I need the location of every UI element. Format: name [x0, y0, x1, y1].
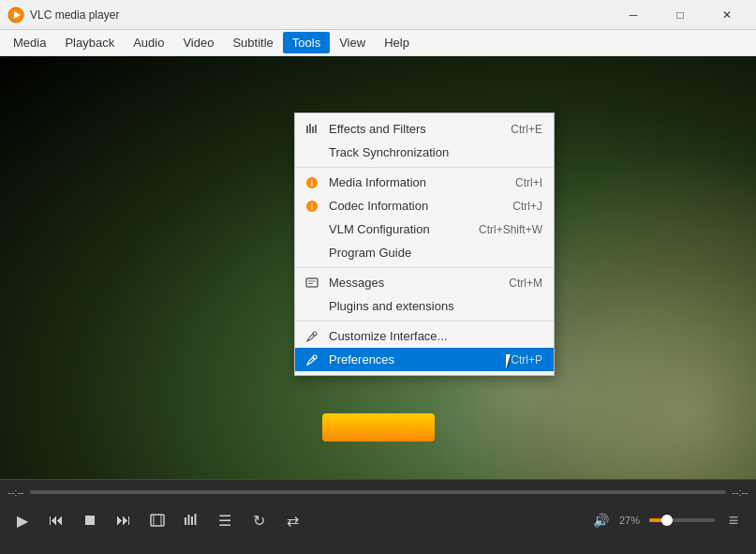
minimize-button[interactable]: ─ — [612, 0, 655, 30]
progress-bar[interactable] — [30, 490, 727, 494]
separator-2 — [295, 267, 554, 268]
track-sync-label: Track Synchronization — [329, 145, 449, 159]
svg-rect-23 — [195, 514, 197, 525]
volume-area: 🔊 27% — [586, 505, 715, 535]
svg-rect-5 — [315, 125, 317, 133]
volume-percent: 27% — [619, 515, 645, 526]
media-info-shortcut: Ctrl+I — [515, 176, 542, 189]
equalizer-button[interactable] — [176, 505, 206, 535]
vlm-shortcut: Ctrl+Shift+W — [479, 223, 542, 236]
menu-item-codec-info[interactable]: i Codec Information Ctrl+J — [295, 194, 554, 217]
preferences-label: Preferences — [329, 352, 394, 367]
tools-menu-dropdown: Effects and Filters Ctrl+E Track Synchro… — [294, 112, 555, 376]
effects-shortcut: Ctrl+E — [511, 123, 542, 136]
equalizer-icon — [304, 122, 319, 137]
vlm-label: VLM Configuration — [329, 222, 430, 236]
svg-rect-20 — [185, 517, 186, 525]
menu-playback[interactable]: Playback — [55, 32, 124, 53]
separator-3 — [295, 321, 554, 322]
extended-settings-button[interactable]: ≡ — [719, 505, 749, 535]
window-title: VLC media player — [30, 8, 612, 22]
preferences-shortcut: Ctrl+P — [511, 353, 542, 367]
playlist-button[interactable]: ☰ — [210, 505, 240, 535]
menu-item-messages[interactable]: Messages Ctrl+M — [295, 271, 554, 294]
app-icon — [7, 7, 24, 23]
menu-subtitle[interactable]: Subtitle — [223, 32, 282, 53]
shuffle-button[interactable]: ⇄ — [277, 505, 307, 535]
svg-rect-10 — [306, 278, 318, 287]
menu-view[interactable]: View — [330, 32, 375, 53]
time-total: --:-- — [732, 487, 749, 498]
messages-label: Messages — [329, 276, 384, 290]
menu-item-media-info[interactable]: i Media Information Ctrl+I — [295, 171, 554, 194]
codec-info-label: Codec Information — [329, 199, 428, 213]
menu-help[interactable]: Help — [375, 32, 419, 53]
menubar: Media Playback Audio Video Subtitle Tool… — [0, 30, 756, 56]
window-controls: ─ □ ✕ — [612, 0, 749, 30]
equalizer-ctrl-icon — [183, 512, 200, 529]
menu-item-effects[interactable]: Effects and Filters Ctrl+E — [295, 117, 554, 141]
stop-button[interactable]: ⏹ — [75, 505, 105, 535]
play-button[interactable]: ▶ — [7, 505, 37, 535]
svg-rect-3 — [309, 124, 311, 133]
svg-rect-21 — [188, 515, 190, 525]
orange-decoration — [322, 413, 435, 442]
time-current: --:-- — [7, 487, 24, 498]
next-button[interactable]: ⏭ — [109, 505, 139, 535]
menu-item-plugins[interactable]: Plugins and extensions — [295, 294, 554, 318]
preferences-icon — [304, 352, 319, 367]
frame-icon — [149, 512, 166, 529]
controlbar: --:-- --:-- ▶ ⏮ ⏹ ⏭ ☰ ↻ ⇄ — [0, 479, 756, 543]
menu-item-preferences[interactable]: Preferences Ctrl+P — [295, 348, 554, 371]
menu-video[interactable]: Video — [173, 32, 223, 53]
messages-icon — [304, 276, 319, 291]
menu-item-program-guide[interactable]: Program Guide — [295, 241, 554, 264]
close-button[interactable]: ✕ — [705, 0, 749, 30]
program-guide-label: Program Guide — [329, 246, 411, 260]
menu-media[interactable]: Media — [4, 32, 55, 53]
svg-rect-4 — [312, 127, 314, 133]
media-info-label: Media Information — [329, 175, 426, 189]
titlebar: VLC media player ─ □ ✕ — [0, 0, 756, 30]
frame-button[interactable] — [142, 505, 172, 535]
messages-shortcut: Ctrl+M — [509, 277, 542, 290]
progress-area: --:-- --:-- — [7, 480, 749, 501]
svg-rect-22 — [191, 517, 193, 525]
customize-icon — [304, 329, 319, 344]
svg-rect-17 — [151, 515, 164, 526]
volume-bar[interactable] — [649, 518, 715, 522]
menu-audio[interactable]: Audio — [124, 32, 173, 53]
svg-rect-2 — [306, 126, 308, 133]
codec-info-icon: i — [304, 199, 319, 214]
menu-item-vlm[interactable]: VLM Configuration Ctrl+Shift+W — [295, 217, 554, 241]
customize-label: Customize Interface... — [329, 329, 447, 343]
menu-item-track-sync[interactable]: Track Synchronization — [295, 141, 554, 164]
loop-button[interactable]: ↻ — [244, 505, 274, 535]
maximize-button[interactable]: □ — [659, 0, 702, 30]
separator-1 — [295, 167, 554, 168]
menu-tools[interactable]: Tools — [283, 32, 330, 53]
volume-knob — [661, 515, 673, 526]
plugins-label: Plugins and extensions — [329, 299, 454, 313]
media-info-icon: i — [304, 175, 319, 190]
right-controls: 🔊 27% ≡ — [586, 505, 749, 535]
volume-icon[interactable]: 🔊 — [586, 505, 615, 535]
prev-button[interactable]: ⏮ — [41, 505, 71, 535]
svg-text:i: i — [311, 202, 314, 212]
menu-item-customize[interactable]: Customize Interface... — [295, 324, 554, 348]
codec-info-shortcut: Ctrl+J — [512, 200, 542, 213]
video-area: Effects and Filters Ctrl+E Track Synchro… — [0, 56, 756, 479]
effects-label: Effects and Filters — [329, 122, 426, 136]
controls-row: ▶ ⏮ ⏹ ⏭ ☰ ↻ ⇄ 🔊 27% — [7, 501, 749, 540]
svg-text:i: i — [311, 179, 314, 188]
